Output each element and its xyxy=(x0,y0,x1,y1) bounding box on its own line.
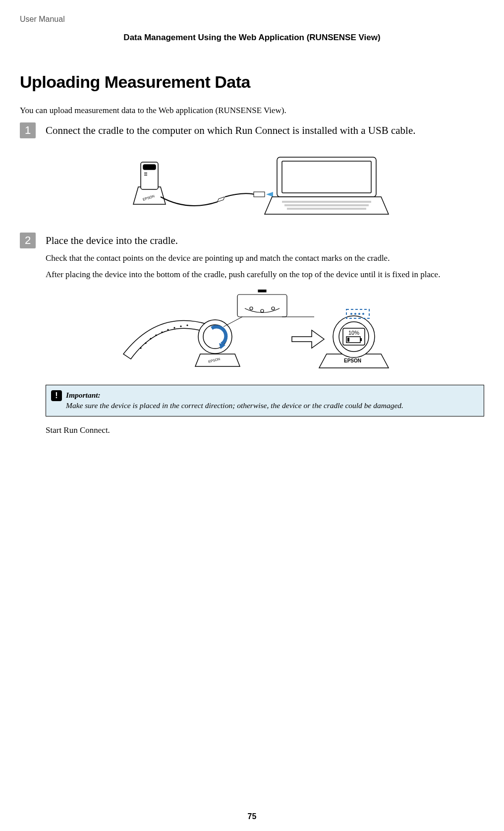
svg-point-15 xyxy=(155,335,157,336)
svg-point-22 xyxy=(250,307,253,310)
svg-line-26 xyxy=(224,317,242,327)
svg-point-14 xyxy=(150,338,151,340)
important-callout: ! Important: Make sure the device is pla… xyxy=(46,385,484,416)
svg-point-12 xyxy=(140,348,141,349)
svg-point-16 xyxy=(161,332,163,333)
svg-point-19 xyxy=(180,326,181,327)
svg-point-35 xyxy=(350,313,352,315)
svg-point-17 xyxy=(167,329,168,331)
svg-point-38 xyxy=(362,313,364,315)
step-1-text: Connect the cradle to the computer on wh… xyxy=(46,122,416,137)
svg-point-36 xyxy=(354,313,356,315)
svg-point-37 xyxy=(358,313,360,315)
after-callout-text: Start Run Connect. xyxy=(46,425,484,435)
step-2-text: Place the device into the cradle. xyxy=(46,233,178,247)
svg-point-13 xyxy=(145,343,146,344)
intro-text: You can upload measurement data to the W… xyxy=(20,106,484,116)
step-1: 1 Connect the cradle to the computer on … xyxy=(20,122,484,138)
svg-rect-1 xyxy=(143,165,156,170)
svg-point-24 xyxy=(272,307,275,310)
warning-icon: ! xyxy=(51,390,62,401)
svg-rect-9 xyxy=(287,208,366,210)
svg-point-23 xyxy=(261,309,264,312)
svg-rect-33 xyxy=(347,338,349,342)
callout-text: Important: Make sure the device is place… xyxy=(66,390,403,411)
svg-point-18 xyxy=(173,327,175,329)
step-number-badge: 2 xyxy=(20,233,36,248)
brand-label: EPSON xyxy=(344,358,361,363)
percent-label: 10% xyxy=(348,330,359,336)
step-2-body-p1: Check that the contact points on the dev… xyxy=(46,252,484,265)
step-2: 2 Place the device into the cradle. xyxy=(20,233,484,248)
figure-device-in-cradle: EPSON 10% EPSON xyxy=(20,290,484,374)
callout-body: Make sure the device is placed in the co… xyxy=(66,401,403,410)
svg-rect-7 xyxy=(282,201,371,203)
step-number-badge: 1 xyxy=(20,122,36,138)
svg-rect-4 xyxy=(254,192,265,197)
svg-rect-21 xyxy=(237,295,287,317)
svg-rect-6 xyxy=(282,161,371,193)
step-2-body: Check that the contact points on the dev… xyxy=(46,252,484,281)
figure-cradle-laptop: EPSON xyxy=(20,147,484,222)
svg-point-20 xyxy=(186,325,188,326)
page-title: Uploading Measurement Data xyxy=(20,72,484,92)
svg-rect-8 xyxy=(284,204,369,206)
step-2-body-p2: After placing the device into the bottom… xyxy=(46,269,484,281)
svg-rect-25 xyxy=(258,290,266,292)
document-type-label: User Manual xyxy=(20,15,484,24)
callout-label: Important: xyxy=(66,391,101,399)
svg-rect-32 xyxy=(360,338,362,341)
section-header: Data Management Using the Web Applicatio… xyxy=(20,33,484,43)
